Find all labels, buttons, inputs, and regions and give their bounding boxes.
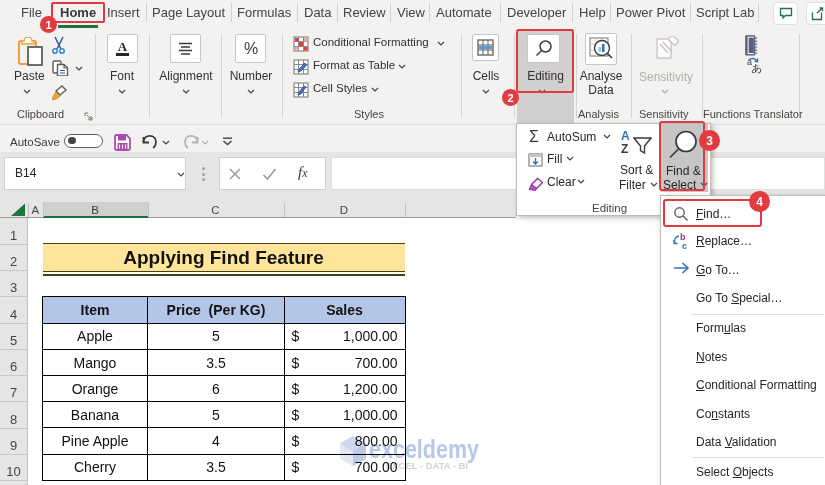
svg-text:%: % — [243, 41, 257, 57]
svg-text:あ: あ — [751, 62, 762, 74]
svg-text:A: A — [118, 40, 128, 54]
svg-text:exceldemy: exceldemy — [369, 435, 479, 463]
svg-text:c: c — [682, 241, 687, 250]
svg-text:EXCEL - DATA - BI: EXCEL - DATA - BI — [386, 461, 468, 471]
